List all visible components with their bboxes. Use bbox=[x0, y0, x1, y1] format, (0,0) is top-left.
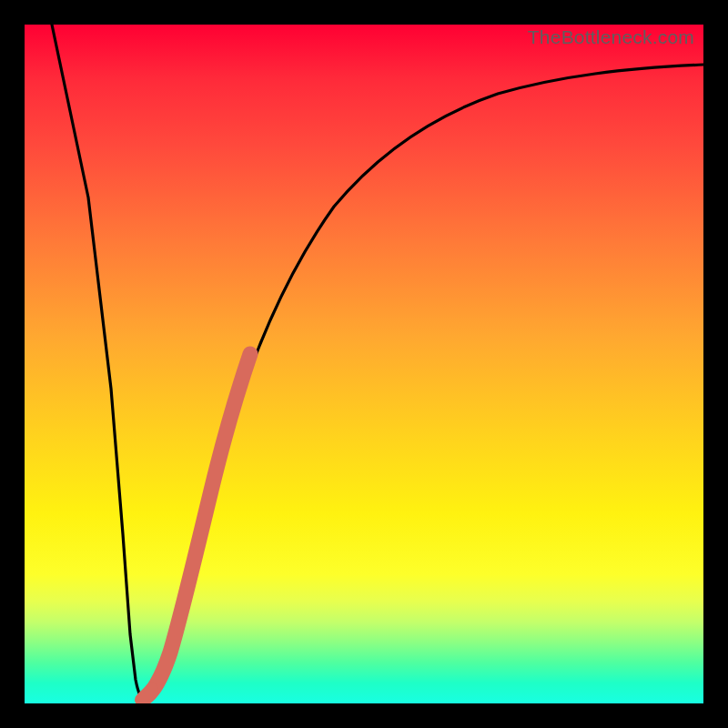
highlight-segment bbox=[145, 354, 250, 698]
chart-frame: TheBottleneck.com bbox=[0, 0, 728, 728]
bottleneck-curve bbox=[52, 25, 703, 698]
plot-area: TheBottleneck.com bbox=[25, 25, 703, 703]
highlight-stub bbox=[141, 689, 152, 700]
watermark-text: TheBottleneck.com bbox=[528, 26, 694, 48]
curve-layer bbox=[25, 25, 703, 703]
